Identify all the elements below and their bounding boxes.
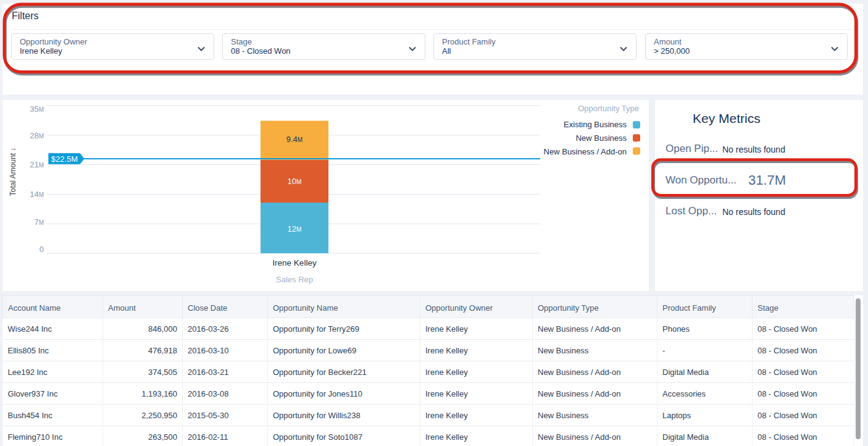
- svg-text:New Business / Add-on: New Business / Add-on: [544, 147, 627, 156]
- svg-text:7M: 7M: [34, 217, 44, 227]
- svg-text:$22.5M: $22.5M: [51, 154, 78, 164]
- svg-text:21M: 21M: [30, 160, 44, 169]
- svg-text:Opportunity Type: Opportunity Type: [578, 104, 639, 113]
- svg-text:9.4M: 9.4M: [286, 135, 303, 144]
- svg-text:New Business: New Business: [576, 133, 627, 143]
- svg-text:Irene Kelley: Irene Kelley: [272, 258, 317, 267]
- svg-text:Sales Rep: Sales Rep: [276, 275, 313, 284]
- svg-text:Total Amount ↓: Total Amount ↓: [9, 148, 17, 196]
- svg-text:35M: 35M: [30, 104, 44, 114]
- svg-text:0: 0: [40, 245, 44, 254]
- svg-text:Existing Business: Existing Business: [564, 120, 627, 129]
- svg-text:10M: 10M: [288, 177, 302, 186]
- svg-text:28M: 28M: [30, 131, 44, 140]
- svg-text:12M: 12M: [288, 224, 302, 234]
- svg-text:14M: 14M: [30, 190, 44, 199]
